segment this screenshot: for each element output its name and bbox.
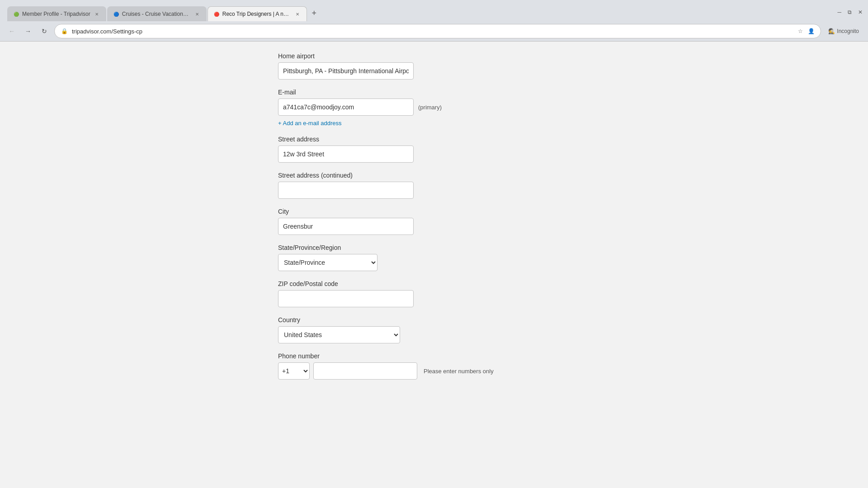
tab-close-member-profile[interactable]: ✕ xyxy=(93,10,100,18)
email-input[interactable] xyxy=(278,99,414,116)
incognito-icon: 🕵️ xyxy=(828,28,835,34)
reload-button[interactable]: ↻ xyxy=(38,25,51,38)
country-field: Country United States Canada United King… xyxy=(278,316,590,343)
close-button[interactable]: ✕ xyxy=(856,8,864,16)
zip-code-field: ZIP code/Postal code xyxy=(278,280,590,307)
phone-number-input[interactable] xyxy=(313,362,417,380)
street-address-input[interactable] xyxy=(278,145,414,163)
tab-cruises[interactable]: 🔵 Cruises - Cruise Vacations: 2023 ✕ xyxy=(107,6,207,21)
back-button[interactable]: ← xyxy=(5,25,18,38)
address-bar[interactable]: 🔒 tripadvisor.com/Settings-cp ☆ 👤 xyxy=(54,24,821,38)
address-bar-row: ← → ↻ 🔒 tripadvisor.com/Settings-cp ☆ 👤 … xyxy=(0,21,868,41)
tab-bar: 🟢 Member Profile - Tripadvisor ✕ 🔵 Cruis… xyxy=(4,3,324,21)
minimize-button[interactable]: ─ xyxy=(835,8,843,16)
country-select[interactable]: United States Canada United Kingdom Aust… xyxy=(278,326,400,343)
restore-button[interactable]: ⧉ xyxy=(846,8,854,16)
street-address-continued-field: Street address (continued) xyxy=(278,172,590,199)
state-province-field: State/Province/Region State/Province Ala… xyxy=(278,244,590,271)
forward-button[interactable]: → xyxy=(22,25,34,38)
tab-title-member-profile: Member Profile - Tripadvisor xyxy=(22,11,90,17)
browser-chrome: 🟢 Member Profile - Tripadvisor ✕ 🔵 Cruis… xyxy=(0,0,868,42)
home-airport-field: Home airport xyxy=(278,52,590,80)
incognito-badge: 🕵️ Incognito xyxy=(825,26,863,36)
page-content: Home airport E-mail (primary) + Add an e… xyxy=(0,42,868,488)
country-label: Country xyxy=(278,316,590,324)
city-field: City xyxy=(278,208,590,235)
state-province-select[interactable]: State/Province Alabama Alaska Arizona Ca… xyxy=(278,254,377,271)
email-label: E-mail xyxy=(278,89,590,96)
tab-close-cruises[interactable]: ✕ xyxy=(193,10,201,18)
state-province-label: State/Province/Region xyxy=(278,244,590,251)
tab-reco[interactable]: 🔴 Reco Trip Designers | A new kind... ✕ xyxy=(208,6,307,21)
zip-code-input[interactable] xyxy=(278,290,414,307)
url-text: tripadvisor.com/Settings-cp xyxy=(72,28,793,35)
tab-favicon-reco: 🔴 xyxy=(213,11,220,17)
add-email-link[interactable]: + Add an e-mail address xyxy=(278,120,342,127)
form-container: Home airport E-mail (primary) + Add an e… xyxy=(269,42,599,399)
street-address-continued-label: Street address (continued) xyxy=(278,172,590,179)
profile-icon[interactable]: 👤 xyxy=(807,27,815,35)
phone-hint: Please enter numbers only xyxy=(424,368,494,375)
tab-title-cruises: Cruises - Cruise Vacations: 2023 xyxy=(122,11,191,17)
zip-code-label: ZIP code/Postal code xyxy=(278,280,590,287)
email-row: (primary) xyxy=(278,99,590,116)
phone-row: +1 +44 +33 +49 Please enter numbers only xyxy=(278,362,590,380)
address-bar-icons: ☆ 👤 xyxy=(796,27,815,35)
primary-badge: (primary) xyxy=(418,104,442,111)
email-field: E-mail (primary) + Add an e-mail address xyxy=(278,89,590,127)
tab-favicon-tripadvisor: 🟢 xyxy=(13,11,19,17)
tab-close-reco[interactable]: ✕ xyxy=(294,10,301,18)
street-address-label: Street address xyxy=(278,136,590,143)
city-label: City xyxy=(278,208,590,215)
incognito-label: Incognito xyxy=(837,28,859,34)
window-controls: ─ ⧉ ✕ xyxy=(835,8,864,16)
tab-title-reco: Reco Trip Designers | A new kind... xyxy=(222,11,291,17)
bookmark-icon[interactable]: ☆ xyxy=(796,27,804,35)
home-airport-input[interactable] xyxy=(278,62,414,80)
phone-number-field: Phone number +1 +44 +33 +49 Please enter… xyxy=(278,352,590,380)
street-address-field: Street address xyxy=(278,136,590,163)
street-address-continued-input[interactable] xyxy=(278,182,414,199)
phone-number-label: Phone number xyxy=(278,352,590,360)
phone-country-code-select[interactable]: +1 +44 +33 +49 xyxy=(278,362,310,380)
city-input[interactable] xyxy=(278,218,414,235)
new-tab-button[interactable]: + xyxy=(308,7,321,20)
tab-favicon-cruises: 🔵 xyxy=(113,11,119,17)
window-top-bar: 🟢 Member Profile - Tripadvisor ✕ 🔵 Cruis… xyxy=(0,0,868,21)
tab-member-profile[interactable]: 🟢 Member Profile - Tripadvisor ✕ xyxy=(7,6,106,21)
home-airport-label: Home airport xyxy=(278,52,590,60)
lock-icon: 🔒 xyxy=(60,27,68,35)
